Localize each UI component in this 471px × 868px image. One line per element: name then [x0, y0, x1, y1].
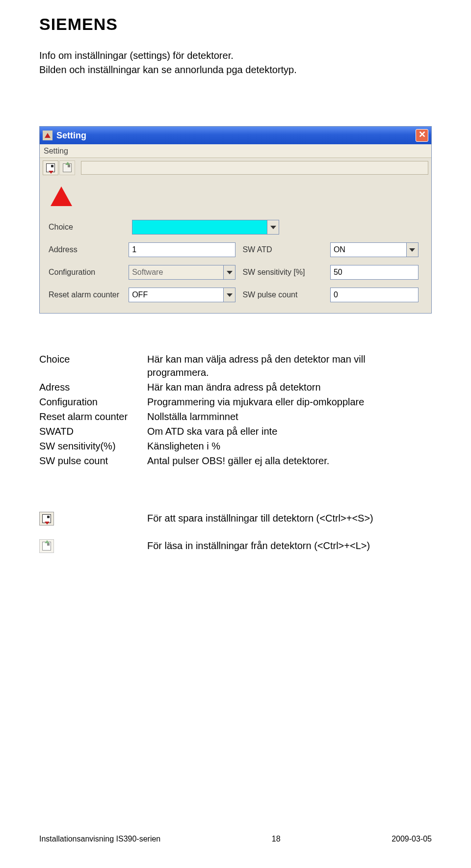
save-to-detector-icon	[39, 512, 54, 526]
label-address: Address	[49, 245, 129, 254]
label-sw-pulse: SW pulse count	[242, 290, 330, 299]
chevron-down-icon[interactable]	[267, 220, 279, 234]
sw-atd-value: ON	[334, 245, 345, 254]
menubar: Setting	[40, 144, 431, 158]
chevron-down-icon[interactable]	[406, 243, 418, 257]
window-app-icon	[43, 131, 52, 140]
label-choice: Choice	[49, 223, 132, 232]
detector-triangle-icon	[51, 186, 72, 206]
chevron-down-icon[interactable]	[223, 288, 235, 302]
choice-select[interactable]	[132, 220, 279, 235]
brand-logo: SIEMENS	[39, 15, 432, 34]
save-note: För att spara inställningar till detekto…	[147, 512, 373, 525]
def-desc-swsens: Känsligheten i %	[147, 440, 432, 453]
save-to-detector-icon[interactable]	[43, 160, 58, 175]
reset-alarm-select[interactable]: OFF	[129, 288, 236, 302]
def-term-configuration: Configuration	[39, 395, 147, 409]
settings-window: Setting ✕ Setting Choice	[39, 126, 432, 314]
label-sw-sensitivity: SW sensitivity [%]	[242, 268, 330, 277]
def-desc-reset: Nollställa larmminnet	[147, 410, 432, 423]
configuration-select: Software	[129, 265, 236, 280]
toolbar-field	[81, 161, 428, 175]
window-title: Setting	[56, 131, 86, 141]
close-icon[interactable]: ✕	[416, 129, 428, 142]
load-from-detector-icon[interactable]	[59, 160, 75, 175]
titlebar: Setting ✕	[40, 127, 431, 144]
label-sw-atd: SW ATD	[242, 245, 330, 254]
sw-atd-select[interactable]: ON	[330, 242, 419, 257]
reset-alarm-value: OFF	[132, 290, 148, 299]
intro-line-2: Bilden och inställningar kan se annorlun…	[39, 63, 432, 77]
def-desc-choice-1: Här kan man välja adress på den detektor…	[147, 353, 432, 366]
load-note: För läsa in inställningar från detektorn…	[147, 539, 370, 552]
sw-sensitivity-field[interactable]: 50	[330, 265, 419, 280]
def-term-adress: Adress	[39, 381, 147, 394]
load-from-detector-icon	[39, 539, 54, 553]
address-field[interactable]: 1	[129, 242, 236, 257]
chevron-down-icon	[223, 265, 235, 279]
toolbar	[40, 158, 431, 178]
def-term-swpulse: SW pulse count	[39, 454, 147, 468]
label-configuration: Configuration	[49, 268, 129, 277]
sw-pulse-field[interactable]: 0	[330, 288, 419, 302]
def-desc-choice-2: programmera.	[147, 366, 432, 379]
def-term-swsens: SW sensitivity(%)	[39, 440, 147, 453]
def-term-swatd: SWATD	[39, 425, 147, 438]
label-reset-alarm: Reset alarm counter	[49, 290, 129, 299]
def-desc-swatd: Om ATD ska vara på eller inte	[147, 425, 432, 438]
intro-line-1: Info om inställningar (settings) för det…	[39, 49, 432, 63]
configuration-value: Software	[132, 268, 163, 276]
menu-setting[interactable]: Setting	[44, 147, 68, 155]
def-term-reset: Reset alarm counter	[39, 410, 147, 423]
footer-left: Installationsanvisning IS390-serien	[39, 835, 160, 843]
def-desc-configuration: Programmering via mjukvara eller dip-omk…	[147, 395, 432, 409]
def-term-choice: Choice	[39, 353, 147, 379]
footer-date: 2009-03-05	[392, 835, 432, 843]
def-desc-adress: Här kan man ändra adress på detektorn	[147, 381, 432, 394]
footer-page-number: 18	[272, 835, 281, 843]
def-desc-swpulse: Antal pulser OBS! gäller ej alla detekto…	[147, 454, 432, 468]
page-footer: Installationsanvisning IS390-serien 18 2…	[39, 835, 432, 843]
